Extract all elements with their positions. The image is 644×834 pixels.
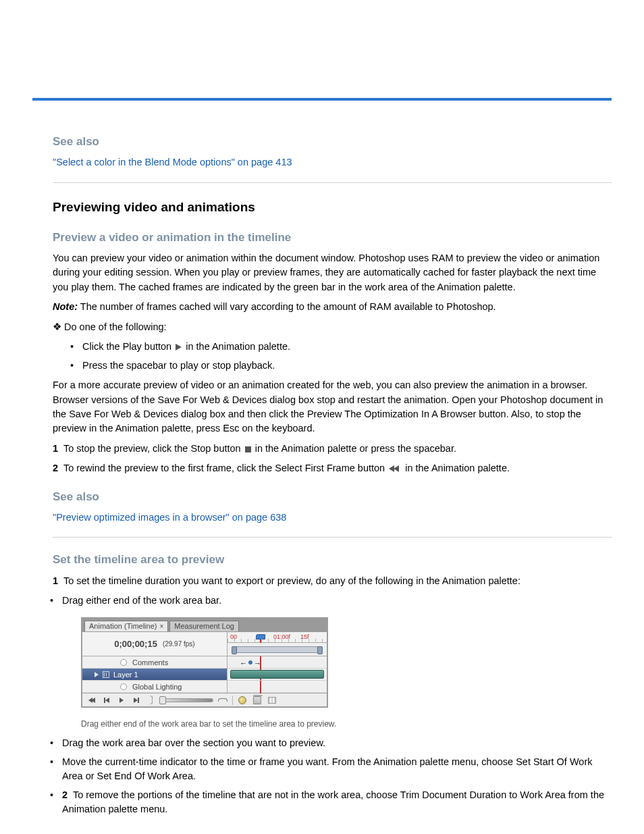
section-title: Previewing video and animations (53, 198, 612, 217)
see-also-link-1[interactable]: "Select a color in the Blend Mode option… (53, 157, 292, 167)
see-also-heading: See also (53, 133, 612, 150)
time-ruler[interactable]: 00 05f 01:00f 15f (227, 632, 327, 643)
audio-toggle-button[interactable] (146, 696, 157, 705)
disclosure-triangle-icon[interactable] (95, 672, 99, 677)
delete-button[interactable] (252, 696, 263, 705)
animation-palette-figure: Animation (Timeline)× Measurement Log 0;… (81, 617, 328, 708)
stop-icon (245, 446, 251, 452)
body-paragraph: You can preview your video or animation … (53, 251, 612, 294)
do-one-of: Do one of the following: (64, 321, 167, 332)
palette-footer (82, 693, 327, 706)
panel-tabs: Animation (Timeline)× Measurement Log (82, 619, 327, 632)
list-item: Move the current-time indicator to the t… (62, 755, 612, 784)
rewind-icon (389, 465, 401, 472)
step-text: in the Animation palette or press the sp… (255, 443, 456, 454)
zoom-mountain-icon[interactable] (217, 696, 228, 705)
step-text: To remove the portions of the timeline t… (62, 789, 604, 814)
current-timecode: 0;00;00;15 (29.97 fps) (82, 632, 227, 656)
list-item: 2 To remove the portions of the timeline… (62, 788, 612, 817)
divider (53, 182, 612, 183)
tab-animation-timeline[interactable]: Animation (Timeline)× (84, 621, 168, 631)
stopwatch-icon[interactable] (120, 683, 127, 690)
stopwatch-icon[interactable] (120, 659, 127, 666)
step-number: 2 (62, 789, 68, 800)
close-icon[interactable]: × (159, 623, 163, 630)
zoom-slider-knob[interactable] (159, 696, 166, 704)
timecode-value: 0;00;00;15 (114, 637, 157, 650)
work-area-end-handle[interactable] (317, 646, 323, 654)
track-comments[interactable]: Comments (82, 656, 227, 669)
note-label: Note: (53, 301, 78, 312)
step-text: To rewind the preview to the first frame… (63, 463, 385, 473)
see-also-link-2[interactable]: "Preview optimized images in a browser" … (53, 512, 286, 523)
list-item: Drag the work area bar over the section … (62, 736, 612, 750)
track-row-bg (227, 681, 327, 693)
step-text: To set the timeline duration you want to… (63, 575, 520, 586)
track-label: Layer 1 (113, 669, 138, 680)
note: Note: The number of frames cached will v… (53, 300, 612, 314)
step-text: To stop the preview, click the Stop butt… (63, 443, 241, 454)
step-text: in the Animation palette. (405, 463, 510, 473)
select-previous-frame-button[interactable] (101, 696, 112, 705)
list-item: Press the spacebar to play or stop playb… (82, 359, 612, 373)
ruler-tick: 15f (300, 633, 309, 642)
onion-skin-button[interactable] (237, 696, 248, 705)
step-number: 1 (53, 443, 58, 454)
work-area-start-handle[interactable] (232, 646, 237, 654)
step-number: 1 (53, 575, 58, 586)
select-next-frame-button[interactable] (131, 696, 142, 705)
divider (53, 537, 612, 538)
bullet-text: Click the Play button (82, 341, 171, 352)
top-rule (32, 98, 612, 101)
body-paragraph: For a more accurate preview of video or … (53, 378, 612, 436)
figure-caption: Drag either end of the work area bar to … (81, 719, 612, 731)
zoom-slider[interactable] (161, 698, 213, 702)
step-number: 2 (53, 463, 58, 473)
play-icon (176, 344, 182, 350)
select-first-frame-button[interactable] (86, 696, 97, 705)
work-area-bar[interactable] (232, 646, 323, 653)
see-also-heading: See also (53, 488, 612, 505)
current-time-indicator[interactable] (256, 634, 265, 642)
tab-label: Animation (Timeline) (89, 622, 157, 630)
bullet-text: in the Animation palette. (186, 341, 290, 352)
track-global-lighting[interactable]: Global Lighting (82, 681, 227, 693)
note-text: The number of frames cached will vary ac… (80, 301, 496, 312)
fps-value: (29.97 fps) (163, 640, 195, 650)
ruler-tick: 00 (230, 633, 237, 642)
track-layer-1[interactable]: Layer 1 (82, 669, 227, 681)
convert-to-frame-animation-button[interactable] (267, 696, 277, 705)
work-area-track: ←→ (227, 643, 327, 656)
separator (232, 696, 233, 705)
play-button[interactable] (116, 696, 127, 705)
layer-duration-row (227, 669, 327, 681)
tab-measurement-log[interactable]: Measurement Log (169, 621, 239, 631)
list-item: Click the Play button in the Animation p… (82, 340, 612, 354)
subsection-set-timeline-area: Set the timeline area to preview (53, 551, 612, 568)
layer-duration-bar[interactable] (230, 670, 324, 679)
track-label: Global Lighting (132, 681, 182, 692)
ruler-tick: 01:00f (273, 633, 290, 642)
filmstrip-icon (103, 671, 109, 678)
list-item: Drag either end of the work area bar. (62, 594, 612, 608)
track-label: Comments (132, 657, 168, 668)
subsection-preview-timeline: Preview a video or animation in the time… (53, 229, 612, 246)
drag-hint-icon: ←→ (240, 658, 261, 669)
